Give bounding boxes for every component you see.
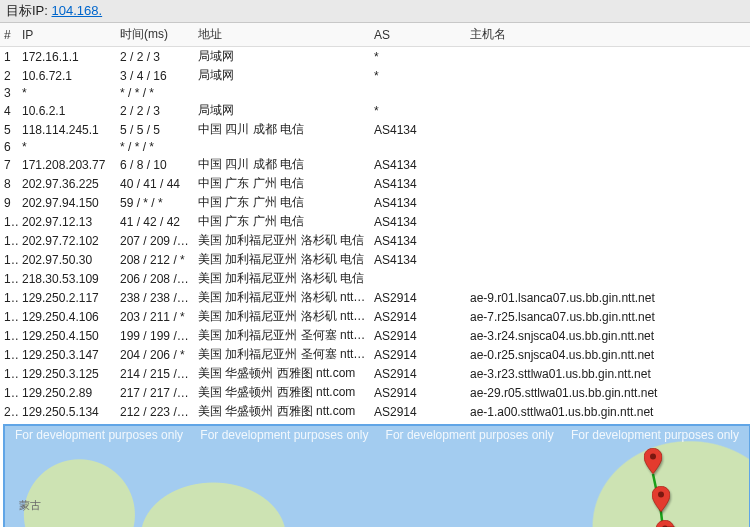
cell-host [466,101,750,120]
cell-ip: 202.97.12.13 [18,212,116,231]
cell-time: 59 / * / * [116,193,194,212]
cell-time: 207 / 209 / 212 [116,231,194,250]
cell-as: AS2914 [370,364,466,383]
cell-idx: 16 [0,326,18,345]
cell-ip: 10.6.72.1 [18,66,116,85]
table-row[interactable]: 11202.97.72.102207 / 209 / 212美国 加利福尼亚州 … [0,231,750,250]
table-row[interactable]: 18129.250.3.125214 / 215 / 218美国 华盛顿州 西雅… [0,364,750,383]
cell-ip: 129.250.4.150 [18,326,116,345]
cell-as: AS4134 [370,231,466,250]
table-row[interactable]: 15129.250.4.106203 / 211 / *美国 加利福尼亚州 洛杉… [0,307,750,326]
table-row[interactable]: 210.6.72.13 / 4 / 16局域网* [0,66,750,85]
cell-addr [194,85,370,101]
cell-host: ae-0.r25.snjsca04.us.bb.gin.ntt.net [466,345,750,364]
table-row[interactable]: 410.6.2.12 / 2 / 3局域网* [0,101,750,120]
cell-time: 6 / 8 / 10 [116,155,194,174]
target-ip-value[interactable]: 104.168. [52,3,103,18]
table-row[interactable]: 12202.97.50.30208 / 212 / *美国 加利福尼亚州 洛杉矶… [0,250,750,269]
cell-host [466,250,750,269]
cell-as: AS4134 [370,193,466,212]
cell-addr: 局域网 [194,101,370,120]
col-header-as[interactable]: AS [370,23,466,47]
table-row[interactable]: 14129.250.2.117238 / 238 / 254美国 加利福尼亚州 … [0,288,750,307]
cell-host: ae-9.r01.lsanca07.us.bb.gin.ntt.net [466,288,750,307]
cell-ip: 129.250.2.117 [18,288,116,307]
cell-as: * [370,66,466,85]
table-row[interactable]: 13218.30.53.109206 / 208 / 208美国 加利福尼亚州 … [0,269,750,288]
map-pin-icon[interactable] [644,448,662,474]
cell-host: ae-3.r23.sttlwa01.us.bb.gin.ntt.net [466,364,750,383]
cell-as: AS2914 [370,307,466,326]
cell-addr: 中国 广东 广州 电信 [194,212,370,231]
cell-as: AS4134 [370,120,466,139]
cell-idx: 11 [0,231,18,250]
cell-time: 208 / 212 / * [116,250,194,269]
table-row[interactable]: 16129.250.4.150199 / 199 / 200美国 加利福尼亚州 … [0,326,750,345]
col-header-address[interactable]: 地址 [194,23,370,47]
cell-idx: 17 [0,345,18,364]
cell-ip: 118.114.245.1 [18,120,116,139]
col-header-index[interactable]: # [0,23,18,47]
cell-as: AS2914 [370,402,466,421]
cell-time: 2 / 2 / 3 [116,47,194,67]
table-row[interactable]: 20129.250.5.134212 / 223 / 226美国 华盛顿州 西雅… [0,402,750,421]
cell-time: 203 / 211 / * [116,307,194,326]
cell-time: 5 / 5 / 5 [116,120,194,139]
table-row[interactable]: 6** / * / * [0,139,750,155]
cell-idx: 8 [0,174,18,193]
cell-addr: 中国 四川 成都 电信 [194,120,370,139]
cell-host [466,139,750,155]
cell-addr: 美国 加利福尼亚州 圣何塞 ntt.com [194,326,370,345]
cell-ip: 202.97.94.150 [18,193,116,212]
cell-ip: 172.16.1.1 [18,47,116,67]
cell-addr: 美国 加利福尼亚州 圣何塞 ntt.com [194,345,370,364]
cell-ip: 129.250.2.89 [18,383,116,402]
cell-host: ae-3.r24.snjsca04.us.bb.gin.ntt.net [466,326,750,345]
cell-ip: 129.250.3.125 [18,364,116,383]
cell-ip: 129.250.3.147 [18,345,116,364]
cell-addr: 中国 广东 广州 电信 [194,193,370,212]
cell-idx: 20 [0,402,18,421]
cell-time: 217 / 217 / 218 [116,383,194,402]
cell-idx: 2 [0,66,18,85]
trace-map[interactable]: 蒙古 日本 墨西哥 For development purposes only … [3,424,750,527]
cell-addr: 美国 加利福尼亚州 洛杉矶 电信 [194,231,370,250]
cell-as [370,85,466,101]
cell-host: ae-29.r05.sttlwa01.us.bb.gin.ntt.net [466,383,750,402]
table-row[interactable]: 19129.250.2.89217 / 217 / 218美国 华盛顿州 西雅图… [0,383,750,402]
col-header-hostname[interactable]: 主机名 [466,23,750,47]
table-row[interactable]: 5118.114.245.15 / 5 / 5中国 四川 成都 电信AS4134 [0,120,750,139]
table-row[interactable]: 10202.97.12.1341 / 42 / 42中国 广东 广州 电信AS4… [0,212,750,231]
col-header-time[interactable]: 时间(ms) [116,23,194,47]
cell-idx: 14 [0,288,18,307]
cell-addr: 美国 华盛顿州 西雅图 ntt.com [194,402,370,421]
cell-as: AS4134 [370,250,466,269]
cell-time: 199 / 199 / 200 [116,326,194,345]
cell-addr: 中国 四川 成都 电信 [194,155,370,174]
cell-idx: 7 [0,155,18,174]
col-header-ip[interactable]: IP [18,23,116,47]
cell-host [466,47,750,67]
svg-point-2 [650,454,656,460]
route-line [5,426,749,527]
table-row[interactable]: 9202.97.94.15059 / * / *中国 广东 广州 电信AS413… [0,193,750,212]
cell-host [466,66,750,85]
table-row[interactable]: 1172.16.1.12 / 2 / 3局域网* [0,47,750,67]
cell-time: 206 / 208 / 208 [116,269,194,288]
cell-as: AS4134 [370,212,466,231]
cell-addr: 美国 加利福尼亚州 洛杉矶 ntt.com [194,307,370,326]
cell-time: * / * / * [116,139,194,155]
cell-host [466,212,750,231]
cell-ip: 10.6.2.1 [18,101,116,120]
cell-ip: * [18,139,116,155]
cell-host [466,85,750,101]
cell-time: 214 / 215 / 218 [116,364,194,383]
map-pin-icon[interactable] [652,486,670,512]
cell-ip: 129.250.4.106 [18,307,116,326]
cell-host [466,193,750,212]
table-row[interactable]: 7171.208.203.776 / 8 / 10中国 四川 成都 电信AS41… [0,155,750,174]
table-row[interactable]: 17129.250.3.147204 / 206 / *美国 加利福尼亚州 圣何… [0,345,750,364]
cell-time: 212 / 223 / 226 [116,402,194,421]
table-row[interactable]: 3** / * / * [0,85,750,101]
table-row[interactable]: 8202.97.36.22540 / 41 / 44中国 广东 广州 电信AS4… [0,174,750,193]
